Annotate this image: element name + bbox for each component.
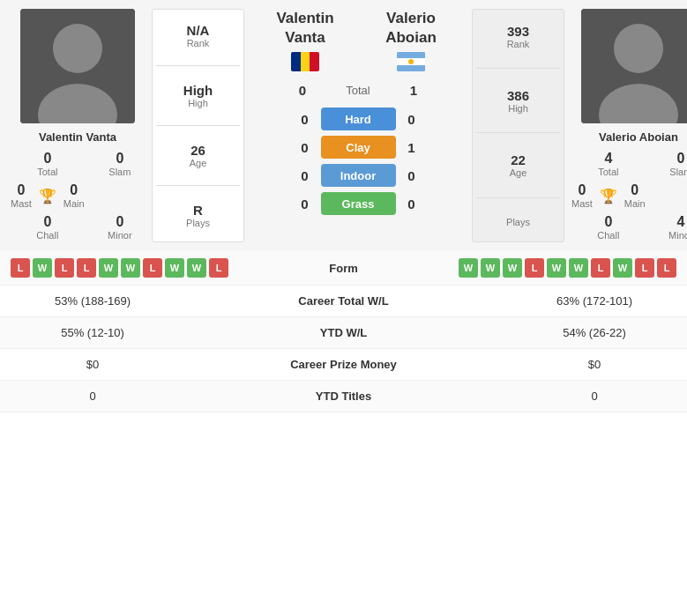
total-label: Total — [318, 84, 398, 97]
right-total-stat: 4 Total — [571, 151, 646, 177]
right-main-stat: 0 Main — [624, 182, 646, 209]
svg-point-7 — [614, 24, 663, 73]
right-chall-lbl: Chall — [597, 230, 619, 241]
right-slam-stat: 0 Slam — [656, 151, 687, 177]
surface-left-score: 0 — [296, 112, 314, 127]
left-minor-stat: 0 Minor — [95, 214, 145, 241]
left-mast-val: 0 — [17, 182, 25, 198]
right-main-val: 0 — [631, 182, 638, 198]
right-plays-lbl: Plays — [506, 217, 530, 227]
left-rank-lbl: Rank — [187, 38, 210, 48]
top-section: Valentin Vanta 0 Total 0 Slam — [7, 9, 680, 242]
left-form-pill: W — [187, 258, 206, 278]
right-mast-val: 0 — [578, 182, 586, 198]
stats-data-row: 53% (188-169) Career Total W/L 63% (172-… — [0, 286, 687, 317]
left-form-pill: L — [11, 258, 30, 278]
total-right-score: 1 — [405, 83, 422, 98]
right-form-pill: L — [591, 258, 610, 278]
right-form-pill: L — [657, 258, 676, 278]
left-mast-stat: 0 Mast — [11, 182, 32, 209]
left-high-lbl: High — [183, 98, 213, 108]
stats-label: YTD W/L — [172, 326, 515, 339]
total-row: 0 Total 1 — [294, 83, 422, 98]
surface-left-score: 0 — [296, 168, 314, 183]
left-player-col: Valentin Vanta 0 Total 0 Slam — [7, 9, 148, 242]
left-trophy-row: 0 Mast 🏆 0 Main — [11, 182, 85, 209]
right-slam-val: 0 — [676, 151, 684, 167]
left-form-pill: L — [209, 258, 228, 278]
right-high-item: 386 High — [507, 86, 529, 115]
right-high-lbl: High — [507, 103, 529, 114]
left-plays-lbl: Plays — [186, 218, 210, 228]
left-age-lbl: Age — [190, 158, 207, 168]
surface-badge: Indoor — [321, 164, 396, 187]
surface-right-score: 0 — [403, 112, 421, 127]
right-age-lbl: Age — [510, 167, 527, 178]
right-age-val: 22 — [510, 152, 527, 167]
left-high-val: High — [183, 83, 213, 98]
left-slam-lbl: Slam — [108, 167, 131, 177]
right-form-pill: W — [503, 258, 522, 278]
total-left-score: 0 — [294, 83, 311, 98]
left-age-val: 26 — [190, 143, 207, 158]
players-section: Valentin Vanta 0 Total 0 Slam — [0, 0, 687, 251]
left-player-stats: 0 Total 0 Slam 0 Mast 🏆 — [7, 149, 148, 242]
svg-point-5 — [408, 59, 414, 64]
left-divider2 — [156, 125, 240, 126]
left-form-pill: W — [121, 258, 140, 278]
right-plays-item: Plays — [506, 215, 530, 229]
right-flag — [397, 52, 425, 71]
left-info-col: N/A Rank High High 26 Age R — [152, 9, 244, 242]
stats-rows: 53% (188-169) Career Total W/L 63% (172-… — [0, 286, 687, 412]
left-minor-val: 0 — [116, 214, 123, 230]
right-slam-lbl: Slam — [669, 167, 687, 177]
right-trophy-icon: 🏆 — [600, 188, 617, 204]
left-form-pill: L — [55, 258, 74, 278]
stats-label: YTD Titles — [172, 390, 515, 403]
surface-row-indoor: 0 Indoor 0 — [248, 164, 468, 187]
stats-left-val: 53% (188-169) — [13, 294, 172, 308]
left-total-val: 0 — [43, 151, 51, 167]
right-mast-stat: 0 Mast — [571, 182, 593, 209]
surface-badge: Hard — [321, 108, 396, 130]
right-form-pills: WWWLWWLWLL — [459, 258, 676, 278]
right-mast-lbl: Mast — [571, 198, 593, 209]
right-form-pill: W — [569, 258, 588, 278]
right-divider2 — [476, 132, 560, 133]
left-flag — [291, 52, 319, 71]
surface-right-score: 0 — [403, 197, 421, 212]
stats-left-val: 55% (12-10) — [13, 326, 172, 339]
right-rank-val: 393 — [507, 24, 530, 39]
surface-row-grass: 0 Grass 0 — [248, 192, 468, 215]
svg-point-1 — [53, 24, 102, 73]
right-player-stats: 4 Total 0 Slam 0 Mast 🏆 — [568, 149, 687, 242]
right-chall-stat: 0 Chall — [571, 214, 646, 241]
right-trophy-row: 0 Mast 🏆 0 Main — [571, 182, 646, 209]
stats-right-val: 63% (172-101) — [515, 294, 674, 308]
left-form-pill: W — [165, 258, 184, 278]
right-age-item: 22 Age — [510, 151, 527, 180]
left-rank-val: N/A — [187, 23, 210, 38]
right-rank-lbl: Rank — [507, 39, 530, 49]
left-form-pills: LWLLWWLWWL — [11, 258, 228, 278]
stats-label: Career Prize Money — [172, 358, 515, 371]
right-player-name: Valerio Aboian — [599, 130, 678, 144]
stats-label: Career Total W/L — [172, 294, 515, 308]
surface-right-score: 1 — [403, 140, 421, 155]
left-player-section: Valentin Vanta 0 Total 0 Slam — [7, 9, 244, 242]
right-form-pill: W — [547, 258, 566, 278]
left-mast-lbl: Mast — [11, 198, 32, 209]
bottom-section: LWLLWWLWWL Form WWWLWWLWLL 53% (188-169)… — [0, 251, 687, 412]
surface-row-hard: 0 Hard 0 — [248, 108, 468, 130]
stats-data-row: $0 Career Prize Money $0 — [0, 349, 687, 381]
left-form-pill: W — [33, 258, 52, 278]
right-total-val: 4 — [604, 151, 612, 167]
left-main-lbl: Main — [63, 198, 85, 209]
stats-right-val: $0 — [515, 358, 674, 371]
right-divider1 — [476, 68, 560, 69]
left-slam-stat: 0 Slam — [95, 151, 145, 177]
right-form-pill: L — [635, 258, 654, 278]
right-minor-stat: 4 Minor — [656, 214, 687, 241]
left-player-avatar — [20, 9, 135, 123]
form-label: Form — [309, 262, 379, 275]
